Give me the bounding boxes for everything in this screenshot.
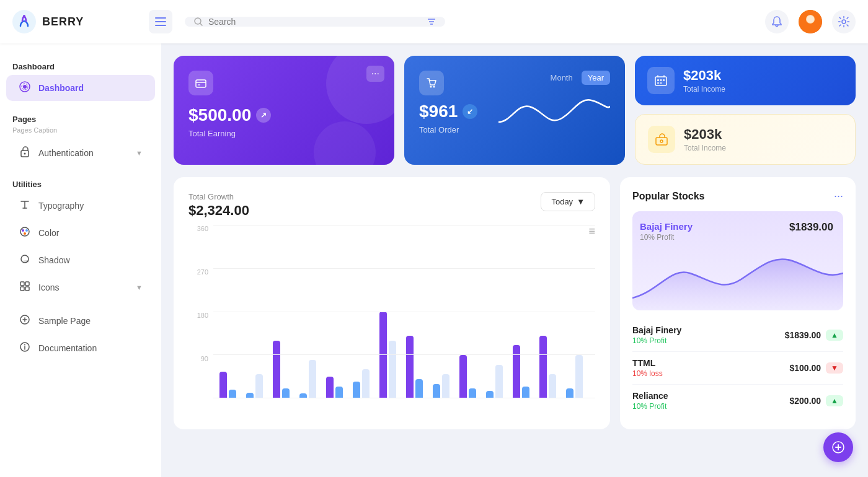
cards-row: ··· $500.00 ↗ Total Earning	[174, 56, 856, 165]
svg-point-17	[24, 153, 26, 155]
earning-trend-icon: ↗	[256, 108, 271, 123]
growth-amount: $2,324.00	[188, 203, 249, 219]
svg-rect-32	[198, 84, 200, 85]
growth-card: Total Growth $2,324.00 Today ▼ ≡	[174, 177, 610, 429]
year-button[interactable]: Year	[582, 71, 610, 85]
stock-list: Bajaj Finery10% Profit$1839.00▲TTML10% l…	[632, 319, 843, 417]
header-right	[765, 10, 856, 33]
fab-icon	[831, 440, 845, 454]
y-label-180: 180	[188, 312, 213, 319]
sidebar-item-typography[interactable]: Typography	[6, 193, 155, 219]
stocks-menu-icon[interactable]: ···	[834, 190, 843, 203]
hamburger-button[interactable]	[149, 10, 172, 33]
icons-chevron: ▼	[136, 284, 143, 291]
month-button[interactable]: Month	[546, 71, 578, 85]
order-amount: $961 ↙	[419, 102, 477, 121]
pages-caption: Pages Caption	[0, 126, 161, 139]
svg-rect-3	[155, 21, 166, 22]
svg-rect-37	[660, 79, 662, 81]
featured-stock-chart: Bajaj Finery 10% Profit $1839.00	[632, 211, 843, 310]
svg-point-14	[23, 85, 27, 89]
bar-group	[433, 374, 456, 398]
today-button[interactable]: Today ▼	[541, 192, 595, 211]
svg-point-23	[23, 260, 29, 263]
bar-purple	[326, 377, 334, 398]
fab-button[interactable]	[823, 432, 853, 462]
stock-list-item[interactable]: Reliance10% Profit$200.00▲	[632, 385, 843, 417]
svg-point-12	[842, 20, 846, 24]
bar-blue	[246, 393, 254, 398]
order-card-top: $961 ↙ Total Order Month Year	[419, 71, 610, 152]
sidebar-item-color[interactable]: Color	[6, 220, 155, 246]
bar-purple	[459, 355, 467, 398]
search-input[interactable]	[208, 17, 422, 27]
earning-card: ··· $500.00 ↗ Total Earning	[174, 56, 394, 165]
income-yellow-card: $203k Total Income	[635, 114, 856, 165]
sidebar-item-sample-page[interactable]: Sample Page	[6, 308, 155, 334]
bar-group	[513, 345, 536, 398]
bar-group	[539, 336, 562, 398]
sidebar-item-authentication[interactable]: Authentication ▼	[6, 140, 155, 166]
bar-light	[495, 365, 503, 398]
svg-rect-36	[657, 79, 659, 81]
bar-blue	[522, 387, 529, 398]
svg-point-21	[24, 232, 26, 235]
shadow-icon	[19, 253, 31, 267]
growth-title: Total Growth	[188, 192, 249, 201]
dashboard-section-label: Dashboard	[0, 56, 161, 74]
svg-rect-39	[657, 82, 659, 84]
sidebar: Dashboard Dashboard Pages Pages Caption	[0, 43, 161, 477]
earning-label: Total Earning	[188, 129, 379, 138]
documentation-icon	[19, 341, 31, 355]
avatar[interactable]	[799, 10, 822, 33]
sidebar-item-shadow[interactable]: Shadow	[6, 247, 155, 273]
bar-group	[353, 369, 376, 398]
bar-blue	[433, 384, 440, 398]
notification-button[interactable]	[765, 10, 789, 33]
stock-price: $200.00	[790, 396, 822, 406]
income-blue-amount: $203k	[683, 68, 725, 84]
earning-card-menu[interactable]: ···	[366, 66, 384, 82]
dashboard-label: Dashboard	[38, 83, 84, 93]
bar-group	[379, 312, 402, 398]
income-yellow-icon	[648, 126, 675, 153]
stock-list-item[interactable]: TTML10% loss$100.00▼	[632, 352, 843, 385]
stock-item-right: $1839.00▲	[785, 330, 843, 341]
stock-item-left: Reliance10% Profit	[632, 391, 668, 411]
bar-group	[219, 372, 242, 398]
stock-list-item[interactable]: Bajaj Finery10% Profit$1839.00▲	[632, 319, 843, 352]
sidebar-item-icons[interactable]: Icons ▼	[6, 274, 155, 300]
stock-name: Reliance	[632, 391, 668, 401]
stock-price: $1839.00	[785, 330, 821, 340]
sidebar-item-dashboard[interactable]: Dashboard	[6, 75, 155, 101]
stock-change: 10% Profit	[632, 402, 668, 411]
settings-button[interactable]	[832, 10, 856, 33]
stock-name: TTML	[632, 358, 663, 368]
growth-info: Total Growth $2,324.00	[188, 192, 249, 219]
income-blue-card: $203k Total Income	[635, 56, 856, 105]
sidebar-item-documentation[interactable]: Documentation	[6, 335, 155, 361]
svg-point-1	[23, 15, 25, 17]
order-wave-chart	[498, 91, 610, 134]
svg-point-34	[433, 86, 435, 88]
bar-blue	[469, 388, 476, 398]
income-yellow-info: $203k Total Income	[684, 126, 726, 152]
bar-blue	[415, 379, 423, 398]
pages-section-label: Pages	[0, 108, 161, 126]
bar-group	[486, 365, 509, 398]
stock-up-badge: ▲	[826, 330, 843, 341]
bar-purple	[406, 336, 414, 398]
order-card-right: Month Year	[498, 71, 610, 134]
svg-rect-2	[155, 17, 166, 19]
svg-rect-41	[656, 138, 667, 145]
bar-light	[549, 374, 556, 398]
color-icon	[19, 226, 31, 240]
month-year-toggle: Month Year	[546, 71, 610, 85]
logo-icon	[12, 10, 36, 33]
stock-change: 10% Profit	[632, 336, 681, 345]
income-blue-icon	[647, 67, 675, 94]
svg-rect-26	[20, 287, 24, 291]
utilities-section-label: Utilities	[0, 173, 161, 191]
app-name: BERRY	[42, 15, 84, 28]
bar-light	[575, 355, 583, 398]
